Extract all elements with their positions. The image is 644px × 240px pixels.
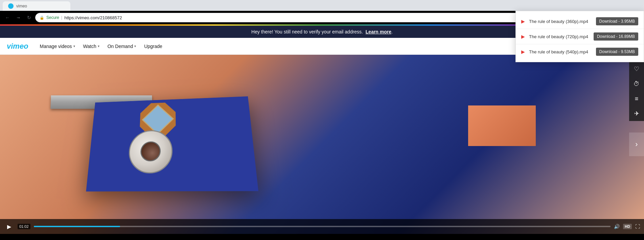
vimeo-logo[interactable]: vimeo: [7, 42, 28, 51]
active-tab[interactable]: vimeo: [3, 1, 70, 11]
download-button-540p[interactable]: Download - 9.53MB: [596, 48, 638, 56]
fullscreen-button[interactable]: ⛶: [635, 224, 640, 229]
main-nav: Manage videos ▾ Watch ▾ On Demand ▾ Upgr…: [37, 42, 166, 51]
progress-fill: [34, 226, 120, 227]
play-button[interactable]: ▶: [4, 221, 14, 232]
watch-label: Watch: [83, 44, 96, 49]
forward-button[interactable]: →: [14, 13, 23, 22]
manage-videos-nav[interactable]: Manage videos ▾: [37, 42, 78, 51]
play-icon-720p: ▶: [521, 34, 525, 39]
collections-button[interactable]: ≡: [629, 91, 644, 106]
marble-circle: [128, 130, 173, 174]
manage-videos-chevron: ▾: [73, 44, 75, 48]
like-button[interactable]: ♡: [629, 62, 644, 76]
video-thumbnail: [0, 55, 644, 234]
upgrade-label: Upgrade: [144, 44, 162, 49]
hd-badge: HD: [623, 224, 632, 229]
timestamp-badge: 01:02: [18, 224, 30, 229]
on-demand-chevron: ▾: [134, 44, 136, 48]
blue-box: [86, 96, 258, 191]
filename-720p: The rule of beauty (720p).mp4: [529, 34, 590, 39]
play-icon-360p: ▶: [521, 19, 525, 24]
watch-chevron: ▾: [98, 44, 99, 48]
secure-label: Secure: [46, 15, 59, 20]
upgrade-nav[interactable]: Upgrade: [141, 42, 166, 51]
on-demand-label: On Demand: [108, 44, 133, 49]
orange-block: [468, 105, 536, 146]
share-button[interactable]: ✈: [629, 106, 644, 121]
back-button[interactable]: ←: [3, 13, 12, 22]
download-popup: ▶ The rule of beauty (360p).mp4 Download…: [515, 11, 644, 62]
tab-title: vimeo: [16, 4, 27, 8]
download-item-360p: ▶ The rule of beauty (360p).mp4 Download…: [516, 14, 644, 29]
download-button-360p[interactable]: Download - 3.95MB: [596, 17, 638, 25]
video-sidebar-icons: ♡ ⏱ ≡ ✈: [629, 62, 644, 121]
tab-favicon: [8, 3, 14, 9]
marble-container: [128, 130, 173, 174]
marble-hole: [140, 141, 161, 162]
secure-icon: 🔒: [40, 16, 44, 20]
notification-text: Hey there! You still need to verify your…: [251, 29, 363, 34]
on-demand-nav[interactable]: On Demand ▾: [104, 42, 139, 51]
play-icon-540p: ▶: [521, 49, 525, 54]
download-item-720p: ▶ The rule of beauty (720p).mp4 Download…: [516, 29, 644, 44]
reload-button[interactable]: ↻: [24, 13, 34, 22]
notification-suffix: .: [391, 29, 393, 34]
volume-icon[interactable]: 🔊: [614, 224, 620, 229]
filename-360p: The rule of beauty (360p).mp4: [529, 19, 592, 24]
url-text: https://vimeo.com/210868572: [64, 15, 122, 20]
next-video-button[interactable]: ›: [629, 133, 644, 156]
browser-tabs: vimeo: [0, 0, 644, 11]
video-scene: [0, 55, 644, 234]
watch-nav[interactable]: Watch ▾: [80, 42, 103, 51]
address-bar[interactable]: 🔒 Secure | https://vimeo.com/210868572: [35, 13, 549, 22]
download-item-540p: ▶ The rule of beauty (540p).mp4 Download…: [516, 44, 644, 59]
url-separator: |: [61, 15, 62, 20]
watch-later-button[interactable]: ⏱: [629, 76, 644, 91]
video-area: ♡ ⏱ ≡ ✈ › ▶ 01:02 🔊 HD ⛶: [0, 55, 644, 234]
filename-540p: The rule of beauty (540p).mp4: [529, 49, 592, 54]
learn-more-link[interactable]: Learn more: [366, 29, 391, 34]
manage-videos-label: Manage videos: [40, 44, 72, 49]
download-button-720p[interactable]: Download - 16.89MB: [594, 32, 638, 41]
video-controls: ▶ 01:02 🔊 HD ⛶: [0, 219, 644, 234]
progress-bar[interactable]: [34, 226, 611, 227]
